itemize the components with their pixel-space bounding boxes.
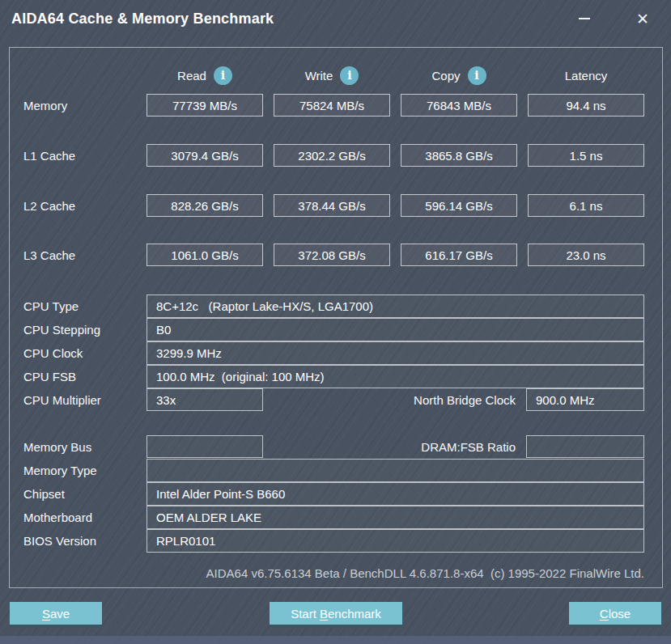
column-header-copy: Copy i <box>401 66 517 85</box>
save-label-post: ave <box>50 607 70 621</box>
cpu-stepping-value: B0 <box>147 318 644 341</box>
bottom-edge-strip <box>0 636 671 644</box>
cpu-fsb-value: 100.0 MHz (original: 100 MHz) <box>147 365 644 388</box>
column-header-write: Write i <box>274 66 390 85</box>
row-label-l2-cache: L2 Cache <box>23 194 136 217</box>
start-benchmark-button[interactable]: Start Benchmark <box>270 602 402 628</box>
cpu-stepping-row: CPU Stepping B0 <box>23 318 644 341</box>
title-bar[interactable]: AIDA64 Cache & Memory Benchmark ✕ <box>0 0 671 40</box>
column-label-copy: Copy <box>431 69 460 83</box>
close-window-button[interactable]: ✕ <box>625 3 660 34</box>
close-icon: ✕ <box>636 11 649 27</box>
memory-bus-row: Memory Bus DRAM:FSB Ratio <box>23 435 644 458</box>
close-label-mnemonic: C <box>600 607 609 621</box>
save-label-mnemonic: S <box>42 607 50 621</box>
close-label-post: lose <box>609 607 631 621</box>
cpu-type-row: CPU Type 8C+12c (Raptor Lake-HX/S, LGA17… <box>23 294 644 318</box>
motherboard-row: Motherboard OEM ALDER LAKE <box>23 506 644 529</box>
aida64-benchmark-window: AIDA64 Cache & Memory Benchmark ✕ Read i… <box>0 0 671 644</box>
l1-read-value: 3079.4 GB/s <box>147 144 263 167</box>
info-icon[interactable]: i <box>214 66 232 85</box>
row-label-l3-cache: L3 Cache <box>23 244 136 266</box>
column-header-read: Read i <box>147 66 263 85</box>
start-label-pre: Start <box>291 607 320 621</box>
cpu-clock-value: 3299.9 MHz <box>147 341 644 365</box>
start-label-post: enchmark <box>328 607 381 621</box>
memory-copy-value: 76843 MB/s <box>401 94 517 117</box>
chipset-value: Intel Alder Point-S B660 <box>147 482 644 506</box>
cpu-multiplier-row: CPU Multiplier 33x North Bridge Clock 90… <box>23 388 644 411</box>
cpu-type-label: CPU Type <box>23 294 136 318</box>
cpu-type-value: 8C+12c (Raptor Lake-HX/S, LGA1700) <box>147 294 644 318</box>
minimize-button[interactable] <box>567 3 602 34</box>
row-label-memory: Memory <box>23 94 136 117</box>
minimize-icon <box>579 18 590 19</box>
benchmark-row-l1-cache: L1 Cache 3079.4 GB/s 2302.2 GB/s 3865.8 … <box>23 144 644 167</box>
l3-read-value: 1061.0 GB/s <box>147 244 263 266</box>
dram-fsb-ratio-value <box>526 435 644 458</box>
memory-read-value: 77739 MB/s <box>147 94 263 117</box>
column-label-write: Write <box>305 69 333 83</box>
close-button[interactable]: Close <box>569 602 661 628</box>
window-title: AIDA64 Cache & Memory Benchmark <box>11 11 274 28</box>
save-button[interactable]: Save <box>10 602 102 628</box>
l2-read-value: 828.26 GB/s <box>147 194 263 217</box>
column-header-latency: Latency <box>528 66 644 85</box>
motherboard-value: OEM ALDER LAKE <box>147 506 644 529</box>
cpu-clock-label: CPU Clock <box>23 341 136 365</box>
l2-copy-value: 596.14 GB/s <box>401 194 517 217</box>
l2-write-value: 378.44 GB/s <box>274 194 390 217</box>
memory-bus-label: Memory Bus <box>23 435 136 458</box>
memory-latency-value: 94.4 ns <box>528 94 644 117</box>
l3-latency-value: 23.0 ns <box>528 244 644 266</box>
column-label-latency: Latency <box>565 69 608 83</box>
memory-write-value: 75824 MB/s <box>274 94 390 117</box>
memory-type-row: Memory Type <box>23 459 644 482</box>
cpu-fsb-label: CPU FSB <box>23 365 136 388</box>
cpu-multiplier-label: CPU Multiplier <box>23 388 136 411</box>
l1-latency-value: 1.5 ns <box>528 144 644 167</box>
start-label-mnemonic: B <box>320 607 328 621</box>
main-panel: Read i Write i Copy i Latency Memory 777… <box>9 47 663 588</box>
info-icon[interactable]: i <box>468 66 486 85</box>
cpu-multiplier-value: 33x <box>147 388 263 411</box>
dram-fsb-ratio-label: DRAM:FSB Ratio <box>274 435 516 458</box>
cpu-stepping-label: CPU Stepping <box>23 318 136 341</box>
motherboard-label: Motherboard <box>23 506 136 529</box>
memory-type-value <box>147 459 644 482</box>
memory-bus-value <box>147 435 263 458</box>
l1-copy-value: 3865.8 GB/s <box>401 144 517 167</box>
chipset-label: Chipset <box>23 482 136 506</box>
l2-latency-value: 6.1 ns <box>528 194 644 217</box>
north-bridge-clock-label: North Bridge Clock <box>274 388 516 411</box>
info-icon[interactable]: i <box>340 66 359 85</box>
row-label-l1-cache: L1 Cache <box>23 144 136 167</box>
memory-type-label: Memory Type <box>23 459 136 482</box>
bios-version-row: BIOS Version RPLR0101 <box>23 529 644 553</box>
benchmark-row-l2-cache: L2 Cache 828.26 GB/s 378.44 GB/s 596.14 … <box>23 194 644 217</box>
cpu-clock-row: CPU Clock 3299.9 MHz <box>23 341 644 365</box>
version-credits-text: AIDA64 v6.75.6134 Beta / BenchDLL 4.6.87… <box>23 566 644 580</box>
bios-version-value: RPLR0101 <box>147 529 644 553</box>
chipset-row: Chipset Intel Alder Point-S B660 <box>23 482 644 506</box>
l1-write-value: 2302.2 GB/s <box>274 144 390 167</box>
benchmark-row-memory: Memory 77739 MB/s 75824 MB/s 76843 MB/s … <box>23 94 644 117</box>
north-bridge-clock-value: 900.0 MHz <box>526 388 644 411</box>
l3-write-value: 372.08 GB/s <box>274 244 390 266</box>
benchmark-header-row: Read i Write i Copy i Latency <box>23 66 644 85</box>
column-label-read: Read <box>177 69 206 83</box>
cpu-fsb-row: CPU FSB 100.0 MHz (original: 100 MHz) <box>23 365 644 388</box>
bios-version-label: BIOS Version <box>23 529 136 553</box>
header-spacer <box>23 66 136 85</box>
l3-copy-value: 616.17 GB/s <box>401 244 517 266</box>
benchmark-row-l3-cache: L3 Cache 1061.0 GB/s 372.08 GB/s 616.17 … <box>23 244 644 266</box>
